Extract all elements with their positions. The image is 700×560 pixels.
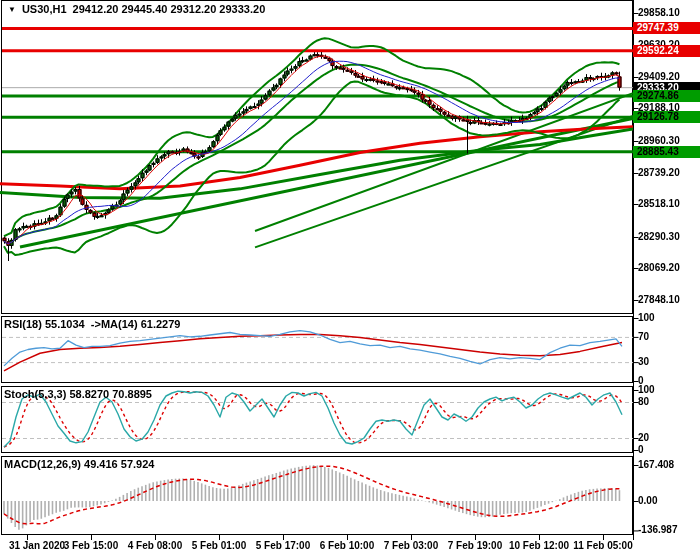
time-label: 5 Feb 01:00 xyxy=(183,540,255,551)
time-label: 3 Feb 15:00 xyxy=(55,540,127,551)
chart-header: ▼ US30,H1 29412.20 29445.40 29312.20 293… xyxy=(8,3,265,15)
price-tick-label: 28739.20 xyxy=(638,167,680,179)
rsi-label: RSI(18) 55.1034 ->MA(14) 61.2279 xyxy=(4,318,180,330)
price-level-badge: 29126.78 xyxy=(633,111,700,123)
indicator-tick-label: 30 xyxy=(638,356,649,368)
time-label: 11 Feb 05:00 xyxy=(567,540,639,551)
time-label: 7 Feb 19:00 xyxy=(439,540,511,551)
time-label: 4 Feb 08:00 xyxy=(119,540,191,551)
indicator-tick-label: 20 xyxy=(638,432,649,444)
indicator-tick-label: 80 xyxy=(638,396,649,408)
price-tick-label: 28069.20 xyxy=(638,262,680,274)
ohlc-values: 29412.20 29445.40 29312.20 29333.20 xyxy=(73,3,266,15)
indicator-tick-label: 0.00 xyxy=(638,495,657,507)
chart-window: ▼ US30,H1 29412.20 29445.40 29312.20 293… xyxy=(0,0,700,560)
macd-label: MACD(12,26,9) 49.416 57.924 xyxy=(4,458,154,470)
price-level-badge: 28885.43 xyxy=(633,146,700,158)
price-tick-label: 27848.10 xyxy=(638,294,680,306)
indicator-tick-label: 100 xyxy=(638,384,655,396)
chart-dropdown-icon[interactable]: ▼ xyxy=(8,4,16,15)
price-level-badge: 29592.24 xyxy=(633,45,700,57)
price-tick-label: 28290.30 xyxy=(638,231,680,243)
price-level-badge: 29747.39 xyxy=(633,22,700,34)
time-label: 6 Feb 10:00 xyxy=(311,540,383,551)
price-level-badge: 29274.86 xyxy=(633,90,700,102)
time-label: 5 Feb 17:00 xyxy=(247,540,319,551)
price-tick-label: 28518.10 xyxy=(638,198,680,210)
stoch-label: Stoch(5,3,3) 58.8270 70.8895 xyxy=(4,388,152,400)
symbol-period-title: US30,H1 xyxy=(22,3,67,15)
time-label: 7 Feb 03:00 xyxy=(375,540,447,551)
indicator-tick-label: 70 xyxy=(638,331,649,343)
indicator-tick-label: -136.987 xyxy=(638,524,677,536)
indicator-tick-label: 100 xyxy=(638,312,655,324)
indicator-tick-label: 0 xyxy=(638,444,644,456)
indicator-tick-label: 167.408 xyxy=(638,459,674,471)
price-tick-label: 29858.10 xyxy=(638,7,680,19)
main-chart-canvas[interactable] xyxy=(0,0,633,315)
time-label: 10 Feb 12:00 xyxy=(503,540,575,551)
